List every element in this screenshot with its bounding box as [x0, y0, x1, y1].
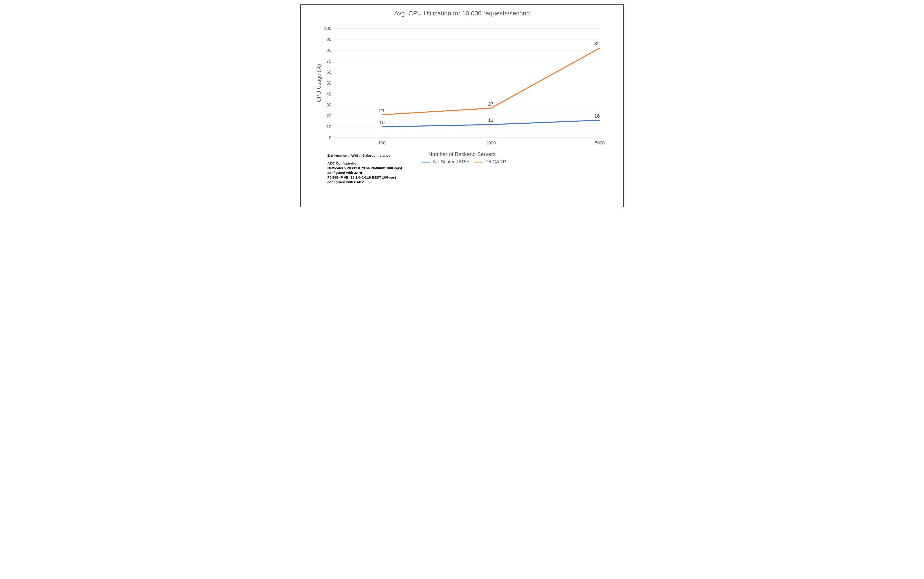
svg-text:21: 21 [379, 108, 385, 113]
svg-text:82: 82 [595, 41, 600, 46]
svg-text:0: 0 [329, 135, 331, 140]
note-line-1: NetScaler VPX (13.0 79.64 Platinum 100Gb… [328, 166, 444, 170]
environment-notes: Environment: AWS m5.xlarge instance ADC … [328, 153, 444, 185]
svg-text:50: 50 [326, 80, 331, 85]
svg-text:100: 100 [378, 141, 386, 145]
svg-text:27: 27 [488, 101, 493, 107]
svg-text:10: 10 [379, 119, 385, 125]
svg-text:100: 100 [324, 26, 331, 31]
note-line-4: configured with CARP [328, 180, 444, 185]
note-adc-heading: ADC Configuration: [328, 161, 444, 166]
legend-swatch-f5 [474, 162, 483, 163]
svg-text:30: 30 [326, 103, 331, 107]
svg-text:80: 80 [326, 48, 331, 53]
plot-area: 0102030405060708090100 10010005000 CPU U… [316, 26, 609, 151]
svg-text:12: 12 [488, 118, 493, 123]
svg-text:90: 90 [326, 37, 331, 42]
svg-text:40: 40 [326, 92, 331, 96]
legend-label-f5: F5 CARP [485, 159, 506, 165]
note-line-3: F5 BIG-IP VE (16.1.0-0.0.19 BEST 10Gbps) [328, 175, 444, 180]
svg-text:70: 70 [326, 59, 331, 64]
svg-text:20: 20 [326, 113, 331, 118]
note-environment: Environment: AWS m5.xlarge instance [328, 153, 444, 158]
svg-text:5000: 5000 [595, 141, 605, 145]
y-ticks: 0102030405060708090100 [324, 26, 331, 140]
svg-text:16: 16 [595, 113, 600, 119]
chart-title: Avg. CPU Utilization for 10,000 requests… [301, 10, 623, 17]
gridlines [334, 28, 600, 127]
svg-text:1000: 1000 [486, 141, 496, 145]
chart-svg: 0102030405060708090100 10010005000 CPU U… [316, 26, 609, 151]
y-axis-label: CPU Usage (%) [316, 64, 322, 102]
svg-text:10: 10 [326, 124, 331, 129]
x-ticks: 10010005000 [378, 141, 605, 145]
chart-frame: Avg. CPU Utilization for 10,000 requests… [300, 5, 624, 207]
svg-text:60: 60 [326, 70, 331, 75]
note-line-2: configured with JARH [328, 170, 444, 175]
